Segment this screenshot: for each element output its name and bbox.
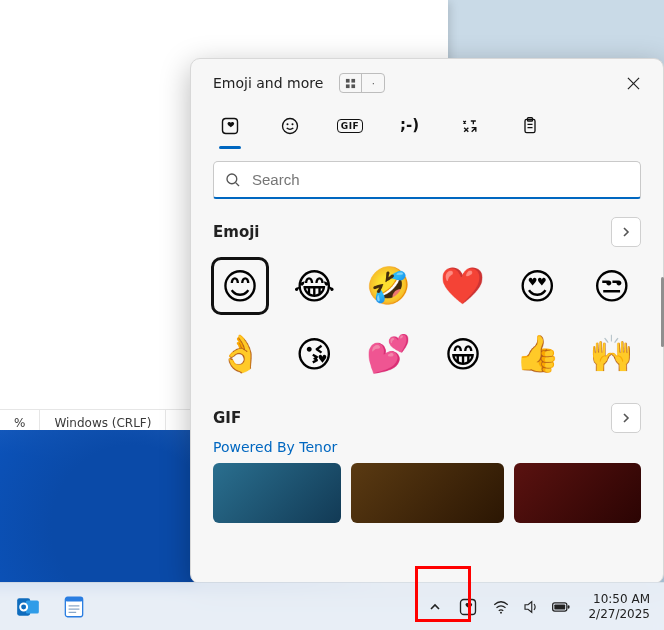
svg-point-10 [227,174,237,184]
emoji-face-blowing-kiss[interactable]: 😘 [287,327,341,381]
list-view-icon[interactable]: · [362,74,384,92]
emoji-panel: Emoji and more · GIF ;-) [190,58,664,584]
svg-rect-19 [568,605,570,608]
search-field[interactable] [213,161,641,199]
svg-rect-2 [346,84,350,88]
gif-thumbnails [213,463,641,523]
speaker-icon [522,598,540,616]
smiley-icon [280,116,300,136]
tray-emoji-button[interactable] [454,596,482,618]
chevron-up-icon [428,600,442,614]
grid-view-icon[interactable] [340,74,362,92]
svg-point-6 [287,123,289,125]
close-icon [627,77,640,90]
battery-icon [551,598,571,616]
gif-icon: GIF [337,119,363,133]
taskbar-app-outlook[interactable] [8,587,48,627]
emoji-thumbs-up[interactable]: 👍 [510,327,564,381]
emoji-unamused-face[interactable]: 😒 [585,259,639,313]
tab-gif[interactable]: GIF [333,109,367,143]
svg-rect-0 [346,78,350,82]
kaomoji-icon: ;-) [400,116,420,136]
taskbar-clock[interactable]: 10:50 AM 2/27/2025 [580,592,658,622]
tab-symbols[interactable] [453,109,487,143]
gif-thumb[interactable] [351,463,504,523]
panel-header: Emoji and more · [191,59,663,103]
emoji-beaming-face[interactable]: 😁 [436,327,490,381]
clipboard-icon [520,116,540,136]
symbols-icon [460,116,480,136]
taskbar-app-notepad[interactable] [54,587,94,627]
tray-volume-icon[interactable] [520,596,542,618]
svg-rect-1 [352,78,356,82]
panel-title: Emoji and more [213,75,323,91]
gif-section-title: GIF [213,409,241,427]
emoji-two-hearts[interactable]: 💕 [362,327,416,381]
emoji-ok-hand[interactable]: 👌 [213,327,267,381]
view-switcher[interactable]: · [339,73,385,93]
gif-expand-button[interactable] [611,403,641,433]
emoji-grid: 😊😂🤣❤️😍😒👌😘💕😁👍🙌 [213,253,641,395]
panel-scroll-area[interactable]: Emoji 😊😂🤣❤️😍😒👌😘💕😁👍🙌 GIF Powered By Tenor [191,209,663,583]
tenor-link[interactable]: Powered By Tenor [213,439,337,463]
emoji-expand-button[interactable] [611,217,641,247]
svg-point-5 [283,119,298,134]
clock-date: 2/27/2025 [588,607,650,622]
tray-overflow-button[interactable] [424,596,446,618]
tab-recent[interactable] [213,109,247,143]
gif-thumb[interactable] [514,463,642,523]
tab-emoji[interactable] [273,109,307,143]
svg-rect-15 [65,597,82,601]
tab-clipboard[interactable] [513,109,547,143]
gif-thumb[interactable] [213,463,341,523]
clock-time: 10:50 AM [588,592,650,607]
emoji-rolling-on-floor-laughing[interactable]: 🤣 [362,259,416,313]
emoji-raising-hands[interactable]: 🙌 [585,327,639,381]
svg-rect-3 [352,84,356,88]
emoji-heart-eyes[interactable]: 😍 [510,259,564,313]
sticker-heart-icon [220,116,240,136]
close-button[interactable] [617,69,649,97]
chevron-right-icon [620,226,632,238]
wifi-icon [492,598,510,616]
search-icon [224,171,242,189]
taskbar: 10:50 AM 2/27/2025 [0,582,664,630]
sticker-heart-icon [458,597,478,617]
emoji-red-heart[interactable]: ❤️ [436,259,490,313]
tray-wifi-icon[interactable] [490,596,512,618]
search-input[interactable] [252,171,630,188]
svg-point-7 [292,123,294,125]
svg-rect-20 [555,604,566,609]
chevron-right-icon [620,412,632,424]
emoji-section-title: Emoji [213,223,259,241]
svg-point-17 [500,611,502,613]
emoji-smiling-face[interactable]: 😊 [213,259,267,313]
tray-battery-icon[interactable] [550,596,572,618]
system-tray: 10:50 AM 2/27/2025 [424,592,664,622]
category-tabs: GIF ;-) [191,103,663,143]
emoji-face-with-tears-of-joy[interactable]: 😂 [287,259,341,313]
tab-kaomoji[interactable]: ;-) [393,109,427,143]
